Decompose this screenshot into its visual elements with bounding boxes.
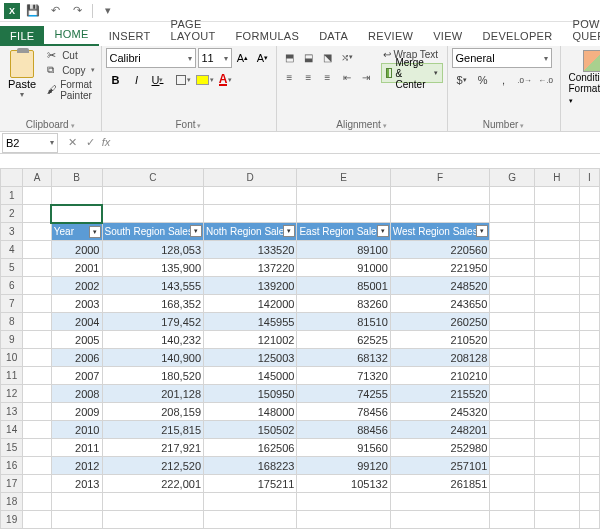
cell[interactable]: 125003 [204,349,297,367]
cell[interactable] [579,457,599,475]
decrease-indent-button[interactable]: ⇤ [338,68,356,86]
cell[interactable]: 2005 [51,331,102,349]
font-name-select[interactable]: Calibri [106,48,196,68]
cell[interactable]: 88456 [297,421,390,439]
cell[interactable] [23,331,51,349]
cell[interactable] [579,421,599,439]
cell[interactable]: 68132 [297,349,390,367]
cell[interactable]: 81510 [297,313,390,331]
align-middle-button[interactable]: ⬓ [300,48,318,66]
cell[interactable]: 91000 [297,259,390,277]
underline-button[interactable]: U▾ [148,70,168,90]
cell[interactable] [534,331,579,349]
row-header[interactable]: 19 [1,511,23,529]
cell[interactable]: 62525 [297,331,390,349]
cell[interactable] [534,457,579,475]
cell[interactable]: 78456 [297,403,390,421]
select-all-corner[interactable] [1,169,23,187]
cell[interactable] [534,295,579,313]
cut-button[interactable]: Cut [45,48,96,62]
row-header[interactable]: 2 [1,205,23,223]
col-header[interactable]: A [23,169,51,187]
cell[interactable]: 201,128 [102,385,204,403]
cell[interactable] [534,349,579,367]
cell[interactable] [490,295,535,313]
cell[interactable] [579,511,599,529]
cell[interactable] [297,511,390,529]
cell[interactable]: 208128 [390,349,489,367]
borders-button[interactable]: ▾ [174,70,194,90]
cell[interactable]: 150950 [204,385,297,403]
cell[interactable] [390,187,489,205]
tab-formulas[interactable]: FORMULAS [226,26,310,46]
cell[interactable]: 248520 [390,277,489,295]
cell[interactable] [297,187,390,205]
cell[interactable] [490,421,535,439]
cell[interactable]: Noth Region Sales▾ [204,223,297,241]
increase-indent-button[interactable]: ⇥ [357,68,375,86]
cell[interactable]: 179,452 [102,313,204,331]
cell[interactable]: 261851 [390,475,489,493]
cell[interactable] [490,457,535,475]
cell[interactable] [579,439,599,457]
row-header[interactable]: 9 [1,331,23,349]
cell[interactable] [490,403,535,421]
cell[interactable] [534,403,579,421]
cell[interactable] [534,421,579,439]
cell[interactable]: 2009 [51,403,102,421]
cell[interactable] [23,493,51,511]
tab-view[interactable]: VIEW [423,26,472,46]
cell[interactable]: 135,900 [102,259,204,277]
cell[interactable] [23,385,51,403]
cell[interactable]: 248201 [390,421,489,439]
cell[interactable] [490,187,535,205]
qat-more-icon[interactable]: ▾ [99,2,117,20]
cell[interactable]: 2013 [51,475,102,493]
cell[interactable] [579,331,599,349]
cell[interactable]: 121002 [204,331,297,349]
paste-button[interactable]: Paste ▾ [4,48,40,102]
cell[interactable]: 2000 [51,241,102,259]
row-header[interactable]: 13 [1,403,23,421]
row-header[interactable]: 14 [1,421,23,439]
cell[interactable]: 140,900 [102,349,204,367]
cell[interactable]: 245320 [390,403,489,421]
col-header[interactable]: E [297,169,390,187]
cell[interactable] [102,205,204,223]
cell[interactable] [297,493,390,511]
row-header[interactable]: 5 [1,259,23,277]
cell[interactable] [204,205,297,223]
align-center-button[interactable]: ≡ [300,68,318,86]
cell[interactable]: 2007 [51,367,102,385]
cell[interactable] [534,259,579,277]
tab-power-query[interactable]: POWER QUERY [563,14,601,46]
cell[interactable] [490,331,535,349]
cell[interactable]: 85001 [297,277,390,295]
tab-developer[interactable]: DEVELOPER [473,26,563,46]
fill-color-button[interactable]: ▾ [195,70,215,90]
cell[interactable] [23,367,51,385]
col-header[interactable]: H [534,169,579,187]
increase-font-button[interactable]: A▴ [234,48,252,68]
cell[interactable] [579,403,599,421]
cell[interactable] [534,475,579,493]
cell[interactable]: 105132 [297,475,390,493]
font-size-select[interactable]: 11 [198,48,232,68]
cell[interactable] [490,277,535,295]
cell[interactable] [534,241,579,259]
cell[interactable] [534,277,579,295]
cell[interactable]: 74255 [297,385,390,403]
italic-button[interactable]: I [127,70,147,90]
font-color-button[interactable]: A▾ [216,70,236,90]
row-header[interactable]: 1 [1,187,23,205]
bold-button[interactable]: B [106,70,126,90]
cell[interactable]: 220560 [390,241,489,259]
row-header[interactable]: 7 [1,295,23,313]
cell[interactable] [23,421,51,439]
cell[interactable] [534,187,579,205]
cell[interactable] [579,277,599,295]
cell[interactable] [23,187,51,205]
cell[interactable] [534,493,579,511]
cell[interactable] [51,187,102,205]
cell[interactable]: 168,352 [102,295,204,313]
